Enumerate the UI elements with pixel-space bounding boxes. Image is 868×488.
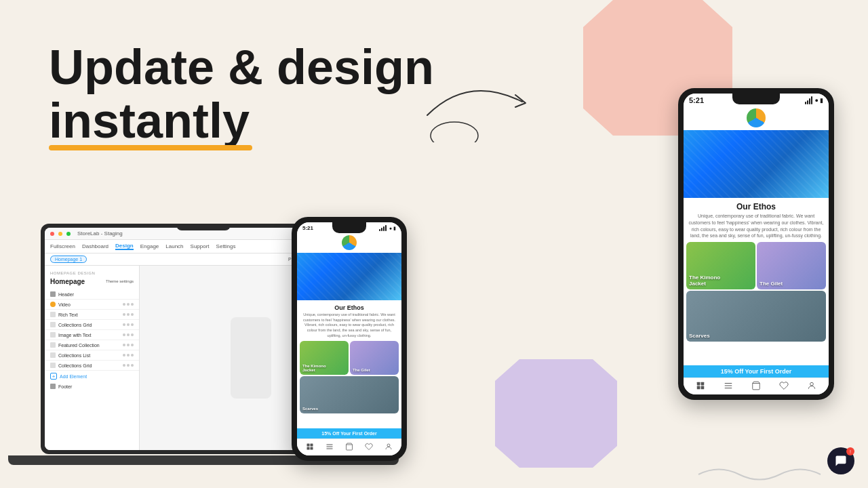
phone-promo-bar-center: 15% Off Your First Order — [297, 428, 401, 439]
app-title: StoreLab - Staging — [77, 230, 123, 237]
nav-dashboard[interactable]: Dashboard — [82, 243, 108, 249]
nav-fullscreen[interactable]: Fullscreen — [50, 243, 75, 249]
status-icons-center: ● ▮ — [379, 225, 396, 231]
status-icons-right: ● ▮ — [805, 96, 823, 104]
sidebar-section-title: HOMEPAGE DESIGN — [45, 270, 139, 277]
phone-bottom-nav-right — [684, 378, 829, 394]
homepage-tab[interactable]: Homepage 1 — [50, 256, 87, 263]
hero-text-block: Update & design instantly — [49, 41, 434, 148]
phone-section-text-center: Unique, contemporary use of traditional … — [297, 312, 401, 341]
svg-point-9 — [387, 444, 390, 447]
status-time-right: 5:21 — [689, 96, 704, 104]
phone-nav-heart-center[interactable] — [364, 442, 374, 451]
nav-settings[interactable]: Settings — [216, 243, 236, 249]
phone-promo-bar-right: 15% Off Your First Order — [684, 365, 829, 378]
phone-nav-list-center[interactable] — [325, 442, 334, 451]
phone-content-center: Our Ethos Unique, contemporary use of tr… — [297, 300, 401, 428]
sidebar-item-header[interactable]: Header — [45, 289, 139, 300]
phone-nav-profile-right[interactable] — [807, 381, 816, 390]
sidebar-page-title: Homepage Theme settings — [45, 277, 139, 289]
svg-rect-11 — [701, 382, 704, 386]
sidebar-item-collections-grid-2[interactable]: Collections Grid — [45, 361, 139, 371]
app-sidebar: HOMEPAGE DESIGN Homepage Theme settings … — [45, 266, 140, 450]
phone-screen-center: 5:21 ● ▮ Our Ethos Unique, c — [297, 222, 401, 455]
phone-nav-heart-right[interactable] — [779, 381, 789, 390]
status-time-center: 5:21 — [302, 225, 313, 231]
phone-notch-center — [332, 222, 366, 233]
bg-shape-purple — [495, 359, 617, 468]
phone-grid-item-1-center: The KimonoJacket — [300, 341, 349, 375]
svg-rect-4 — [310, 447, 313, 450]
decorative-line-bottom — [692, 461, 827, 481]
phone-app-header-center — [297, 232, 401, 253]
laptop-notch — [176, 224, 231, 230]
phone-right: 5:21 ● ▮ Our Ethos Unique, c — [678, 88, 834, 400]
phone-grid-item-2-right: The Gilet — [757, 242, 826, 289]
phone-center: 5:21 ● ▮ Our Ethos Unique, c — [292, 217, 407, 461]
phone-nav-cart-center[interactable] — [344, 442, 354, 451]
svg-rect-10 — [696, 382, 700, 386]
add-element-button[interactable]: + Add Element — [45, 371, 139, 382]
svg-point-18 — [810, 382, 814, 386]
grid-label-full-right: Scarves — [689, 333, 710, 339]
svg-rect-13 — [701, 386, 704, 390]
phone-frame-right: 5:21 ● ▮ Our Ethos Unique, c — [678, 88, 834, 400]
nav-launch[interactable]: Launch — [165, 243, 183, 249]
svg-rect-3 — [307, 447, 309, 450]
dot-red — [50, 232, 54, 236]
grid-label-1-right: The KimonoJacket — [689, 274, 720, 287]
phone-notch-right — [732, 94, 780, 104]
phone-section-text-right: Unique, contemporary use of traditional … — [684, 213, 829, 242]
sidebar-item-featured-collection[interactable]: Featured Collection — [45, 340, 139, 350]
phone-grid-right: The KimonoJacket The Gilet — [684, 242, 829, 289]
app-logo-center — [342, 235, 357, 250]
phone-grid-center: The KimonoJacket The Gilet — [297, 341, 401, 375]
phone-hero-image-right — [684, 130, 829, 198]
sidebar-item-video[interactable]: Video — [45, 300, 139, 310]
phone-screen-right: 5:21 ● ▮ Our Ethos Unique, c — [684, 94, 829, 394]
phone-nav-list-right[interactable] — [724, 381, 733, 390]
svg-point-0 — [431, 122, 478, 142]
sidebar-item-rich-text[interactable]: Rich Text — [45, 310, 139, 320]
nav-support[interactable]: Support — [191, 243, 210, 249]
phone-nav-home-center[interactable] — [305, 442, 315, 451]
app-logo-right — [747, 108, 766, 127]
phone-nav-profile-center[interactable] — [384, 442, 393, 451]
phone-grid-full-right: Scarves — [686, 291, 826, 342]
sidebar-item-collections-list[interactable]: Collections List — [45, 350, 139, 361]
phone-nav-cart-right[interactable] — [751, 381, 761, 390]
decorative-arrow — [414, 61, 549, 142]
svg-rect-1 — [307, 444, 309, 447]
grid-label-1-center: The KimonoJacket — [302, 364, 326, 372]
nav-design[interactable]: Design — [115, 243, 134, 250]
nav-engage[interactable]: Engage — [140, 243, 159, 249]
svg-rect-2 — [310, 444, 313, 447]
svg-rect-12 — [696, 386, 700, 390]
dot-green — [66, 232, 71, 236]
grid-label-full-center: Scarves — [302, 407, 318, 411]
theme-settings-link[interactable]: Theme settings — [106, 279, 134, 283]
dot-yellow — [58, 232, 62, 236]
phone-frame-center: 5:21 ● ▮ Our Ethos Unique, c — [292, 217, 407, 461]
phone-grid-full-center: Scarves — [300, 376, 399, 413]
chat-icon[interactable]: ! — [827, 447, 854, 474]
sidebar-item-collections-grid[interactable]: Collections Grid — [45, 320, 139, 330]
hero-title-line1: Update & design — [49, 41, 434, 94]
sidebar-item-image-with-text[interactable]: Image with Text — [45, 330, 139, 340]
phone-grid-item-2-center: The Gilet — [350, 341, 399, 375]
phone-nav-home-right[interactable] — [696, 381, 705, 390]
hero-title-line2: instantly — [49, 94, 434, 148]
phone-bottom-nav-center — [297, 439, 401, 455]
phone-section-title-center: Our Ethos — [297, 300, 401, 312]
phone-content-right: Our Ethos Unique, contemporary use of tr… — [684, 198, 829, 365]
grid-label-2-right: The Gilet — [760, 281, 783, 287]
grid-label-2-center: The Gilet — [353, 368, 370, 372]
phone-section-title-right: Our Ethos — [684, 198, 829, 213]
phone-grid-item-1-right: The KimonoJacket — [686, 242, 755, 289]
sidebar-item-footer[interactable]: Footer — [45, 382, 139, 391]
chat-badge: ! — [846, 447, 854, 455]
phone-app-header-right — [684, 106, 829, 130]
phone-hero-image-center — [297, 253, 401, 300]
